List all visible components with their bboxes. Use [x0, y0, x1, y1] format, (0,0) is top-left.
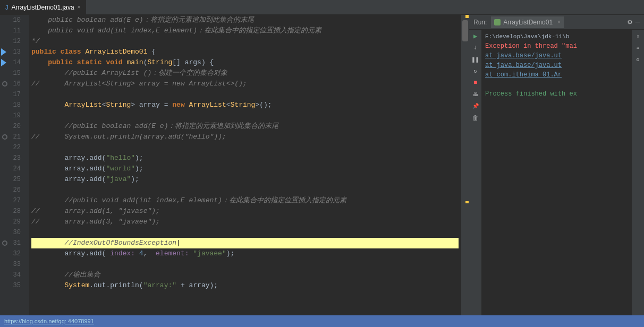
- gutter-line-27: 27: [0, 195, 25, 206]
- run-panel: Run: ArrayListDemo01 × ⚙ — ▶ ↓ ❚❚: [469, 15, 644, 315]
- code-line-26: [31, 185, 459, 195]
- code-line-30: [31, 227, 459, 238]
- output-stack-3[interactable]: at com.itheima_01.Ar: [485, 70, 628, 80]
- gutter-line-33: 33: [0, 259, 25, 270]
- minimize-icon[interactable]: —: [635, 18, 640, 27]
- pause-button[interactable]: ❚❚: [471, 55, 480, 64]
- gutter-line-23: 23: [0, 153, 25, 164]
- gutter-line-22: 22: [0, 142, 25, 153]
- code-line-34: //输出集合: [31, 270, 459, 280]
- status-bar-link[interactable]: https://blog.csdn.net/qq: 44078991: [4, 318, 94, 324]
- code-line-24: array.add("world");: [31, 164, 459, 174]
- code-line-28: // array.add(1, "javase");: [31, 206, 459, 217]
- scroll-marker: [465, 15, 469, 18]
- gutter-line-20: 20: [0, 121, 25, 132]
- gutter-line-18: 18: [0, 100, 25, 110]
- scroll-warning-marker: [465, 201, 469, 203]
- pin-button[interactable]: 📌: [471, 102, 480, 110]
- gutter-line-17: 17: [0, 89, 25, 100]
- settings-icon[interactable]: ⚙: [628, 18, 632, 27]
- code-line-32: array.add( index: 4, element: "javaee");: [31, 248, 459, 259]
- run-content-area: ▶ ↓ ❚❚ ↻ ■ 🖶 📌 🗑 E:\develop\Java\jdk-: [469, 30, 644, 315]
- java-file-icon: J: [5, 4, 9, 11]
- gutter-line-25: 25: [0, 174, 25, 185]
- tab-bar: J ArrayListDemo01.java ×: [0, 0, 644, 15]
- code-line-27: //public void add(int index,E element)：在…: [31, 195, 459, 206]
- gutter-line-30: 30: [0, 227, 25, 238]
- run-output: E:\develop\Java\jdk-11\b Exception in th…: [482, 30, 631, 315]
- sidebar-scroll-up[interactable]: ⇧: [634, 32, 642, 40]
- code-line-31: //IndexOutOfBoundsException|: [31, 238, 459, 248]
- run-left-toolbar: ▶ ↓ ❚❚ ↻ ■ 🖶 📌 🗑: [469, 30, 482, 315]
- gutter-line-11: 11: [0, 25, 25, 36]
- code-line-25: array.add("java");: [31, 174, 459, 185]
- run-panel-header: Run: ArrayListDemo01 × ⚙ —: [469, 15, 644, 30]
- output-blank: [485, 80, 628, 89]
- run-header-icons: ⚙ —: [628, 18, 640, 27]
- gutter-line-29: 29: [0, 217, 25, 227]
- sidebar-wrap-text[interactable]: ⇔: [634, 44, 642, 52]
- run-tab-name: ArrayListDemo01: [503, 19, 553, 26]
- output-error-main: Exception in thread "mai: [485, 41, 628, 51]
- main-area: 10 11 12 13 14 15: [0, 15, 644, 315]
- code-line-22: [31, 142, 459, 153]
- run-right-sidebar: ⇧ ⇔ ⚙: [631, 30, 644, 315]
- sidebar-settings2[interactable]: ⚙: [634, 55, 642, 64]
- code-line-19: [31, 110, 459, 121]
- gutter-line-32: 32: [0, 248, 25, 259]
- run-tab-icon: [494, 19, 501, 25]
- output-stack-2[interactable]: at java.base/java.ut: [485, 61, 628, 70]
- code-line-17: [31, 89, 459, 100]
- editor-tab[interactable]: J ArrayListDemo01.java ×: [0, 0, 86, 14]
- code-line-15: //public ArrayList ()：创建一个空的集合对象: [31, 68, 459, 79]
- code-line-16: // ArrayList<String> array = new ArrayLi…: [31, 79, 459, 89]
- code-line-10: public boolean add(E e)：将指定的元素追加到此集合的末尾: [31, 15, 459, 25]
- editor-panel: 10 11 12 13 14 15: [0, 15, 469, 315]
- code-line-12: */: [31, 36, 459, 47]
- code-line-23: array.add("hello");: [31, 153, 459, 164]
- output-success: Process finished with ex: [485, 89, 628, 99]
- step-down-button[interactable]: ↓: [471, 44, 480, 52]
- gutter-line-26: 26: [0, 185, 25, 195]
- gutter-line-28: 28: [0, 206, 25, 217]
- gutter-line-12: 12: [0, 36, 25, 47]
- code-line-13: public class ArrayListDemo01 {: [31, 47, 459, 57]
- gutter-line-19: 19: [0, 110, 25, 121]
- gutter-line-14: 14: [0, 57, 25, 68]
- code-area: 10 11 12 13 14 15: [0, 15, 469, 315]
- status-bar: https://blog.csdn.net/qq: 44078991: [0, 315, 644, 327]
- gutter-line-24: 24: [0, 164, 25, 174]
- output-stack-1[interactable]: at java.base/java.ut: [485, 51, 628, 61]
- gutter-line-16: 16: [0, 79, 25, 89]
- code-line-33: [31, 259, 459, 270]
- editor-scrollbar[interactable]: [461, 15, 469, 315]
- scrollbar-thumb[interactable]: [462, 20, 468, 41]
- gutter-line-10: 10: [0, 15, 25, 25]
- code-line-29: // array.add(3, "javaee");: [31, 217, 459, 227]
- tab-label: ArrayListDemo01.java: [12, 4, 74, 11]
- stop-button[interactable]: ■: [471, 79, 480, 87]
- run-play-button[interactable]: ▶: [471, 32, 480, 40]
- code-line-20: //public boolean add(E e)：将指定的元素追加到此集合的末…: [31, 121, 459, 132]
- print-button[interactable]: 🖶: [471, 90, 480, 99]
- code-line-35: System.out.println("array:" + array);: [31, 280, 459, 291]
- code-line-11: public void add(int index,E element)：在此集…: [31, 25, 459, 36]
- code-line-21: // System.out.println(array.add("hello")…: [31, 132, 459, 142]
- output-path: E:\develop\Java\jdk-11\b: [485, 32, 628, 41]
- clear-button[interactable]: 🗑: [471, 114, 480, 122]
- line-numbers: 10 11 12 13 14 15: [0, 15, 29, 315]
- code-line-14: public static void main(String[] args) {: [31, 57, 459, 68]
- code-line-18: ArrayList<String> array = new ArrayList<…: [31, 100, 459, 110]
- run-tab-close[interactable]: ×: [557, 19, 561, 25]
- code-editor[interactable]: public boolean add(E e)：将指定的元素追加到此集合的末尾 …: [29, 15, 461, 315]
- tab-close-button[interactable]: ×: [78, 4, 81, 10]
- gutter-line-21: 21: [0, 132, 25, 142]
- run-label: Run:: [473, 19, 487, 26]
- gutter-line-34: 34: [0, 270, 25, 280]
- run-tab[interactable]: ArrayListDemo01 ×: [491, 16, 564, 28]
- rerun-button[interactable]: ↻: [471, 67, 480, 75]
- gutter-line-35: 35: [0, 280, 25, 291]
- gutter-line-31: 31: [0, 238, 25, 248]
- gutter-line-15: 15: [0, 68, 25, 79]
- gutter-line-13: 13: [0, 47, 25, 57]
